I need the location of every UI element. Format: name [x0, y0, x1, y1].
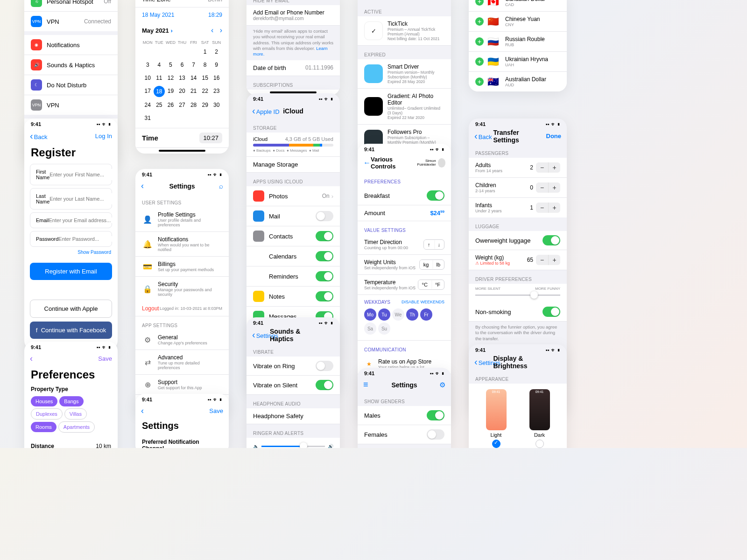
back-button[interactable]: ‹ [141, 181, 144, 191]
add-icon[interactable]: + [475, 77, 484, 86]
app-toggle[interactable] [316, 291, 333, 301]
manage-storage-row[interactable]: Manage Storage [247, 157, 340, 173]
save-button[interactable]: Save [209, 407, 223, 414]
cal-day[interactable]: 23 [211, 86, 222, 97]
light-option[interactable]: 09:41 Light [486, 389, 507, 448]
back-button[interactable]: Back [30, 131, 48, 141]
females-toggle[interactable] [427, 429, 444, 440]
settings-row[interactable]: VPNVPN [24, 95, 118, 115]
pax-plus[interactable]: + [548, 162, 560, 173]
amount-value[interactable]: $2499 [430, 210, 444, 217]
cal-day[interactable]: 19 [165, 86, 176, 97]
currency-row[interactable]: +🇨🇳Chinese YuanCNY [469, 12, 567, 32]
back-button[interactable]: Apple ID [252, 105, 280, 116]
cal-day[interactable]: 30 [211, 100, 222, 110]
cal-day[interactable]: 12 [165, 73, 176, 83]
settings-row[interactable]: ⎋Personal HotspotOff [24, 0, 118, 12]
logout-row[interactable]: LogoutLogged in: 10-03-2021 at 8:03PM [135, 301, 229, 316]
cal-day[interactable]: 18 [154, 86, 165, 97]
time-picker[interactable]: 10:27 [199, 133, 222, 143]
settings-item[interactable]: ⊕SupportGet support for this App [135, 375, 229, 395]
dark-option[interactable]: 09:41 Dark [529, 389, 550, 448]
register-email-button[interactable]: Register with Email [30, 263, 112, 280]
disable-weekends-link[interactable]: DISABLE WEEKENDS [402, 300, 444, 305]
back-button[interactable]: ‹ [30, 354, 33, 364]
back-button[interactable]: Back [474, 131, 492, 141]
active-sub-row[interactable]: ✓ TickTickPremium – Annual TickTick Prem… [358, 16, 451, 46]
overweight-toggle[interactable] [543, 235, 560, 245]
currency-row[interactable]: +🇺🇦Ukrainian HryvnaUAH [469, 52, 567, 72]
property-pill[interactable]: Houses [31, 396, 57, 406]
input-field[interactable]: Email [30, 212, 112, 228]
cal-day[interactable]: 28 [188, 100, 199, 110]
weekday-toggle[interactable]: Sa [364, 322, 376, 335]
settings-item[interactable]: ⚙GeneralChange App's preferences [135, 330, 229, 350]
cal-day[interactable]: 10 [142, 73, 154, 83]
cal-day[interactable]: 6 [176, 60, 188, 70]
cal-day[interactable]: 11 [154, 73, 165, 83]
done-button[interactable]: Done [546, 133, 562, 140]
search-icon[interactable]: ⌕ [219, 182, 223, 190]
weekday-toggle[interactable]: Fr [420, 308, 432, 321]
cal-day[interactable]: 31 [142, 113, 154, 123]
weekday-toggle[interactable]: We [392, 308, 404, 321]
pax-plus[interactable]: + [548, 203, 560, 213]
add-icon[interactable]: + [475, 17, 484, 26]
menu-icon[interactable]: ≡ [363, 380, 368, 390]
cal-day[interactable]: 26 [165, 100, 176, 110]
nonsmoking-toggle[interactable] [543, 307, 560, 317]
cal-day[interactable]: 9 [211, 60, 222, 70]
cal-day[interactable]: 4 [154, 60, 165, 70]
breakfast-toggle[interactable] [427, 190, 444, 201]
app-toggle[interactable] [316, 271, 333, 281]
settings-row[interactable]: VPNVPNConnected [24, 12, 118, 31]
currency-row[interactable]: +🇨🇦Canadian DollarCAD [469, 0, 567, 12]
login-link[interactable]: Log In [95, 133, 112, 140]
settings-row[interactable]: ☾Do Not Disturb [24, 75, 118, 95]
continue-facebook-button[interactable]: f Continue with Facebook [30, 322, 112, 339]
pax-minus[interactable]: − [536, 162, 548, 173]
cal-day[interactable]: 20 [176, 86, 188, 97]
vibrate-silent-toggle[interactable] [316, 380, 333, 390]
app-toggle[interactable] [316, 231, 333, 241]
property-pill[interactable]: Villas [64, 408, 87, 420]
time-display[interactable]: 18:29 [208, 12, 222, 18]
cal-day[interactable]: 25 [154, 100, 165, 110]
continue-apple-button[interactable]: Continue with Apple [30, 300, 112, 318]
cal-day[interactable]: 21 [188, 86, 199, 97]
currency-row[interactable]: +🇷🇺Russian RoubleRUB [469, 32, 567, 52]
kg-minus[interactable]: − [536, 255, 548, 265]
settings-item[interactable]: 💳BillingsSet up your payment methods [135, 257, 229, 277]
back-button[interactable]: ← [363, 159, 371, 167]
property-pill[interactable]: Bangs [59, 396, 83, 406]
input-field[interactable]: Last Name [30, 188, 112, 210]
cal-day[interactable]: 29 [199, 100, 211, 110]
settings-row[interactable]: ◉Notifications [24, 35, 118, 55]
cal-day[interactable]: 27 [176, 100, 188, 110]
driver-slider[interactable] [475, 294, 560, 296]
avatar[interactable] [438, 158, 445, 168]
settings-item[interactable]: 🔒SecurityManage your passwords and secur… [135, 277, 229, 301]
date-display[interactable]: 18 May 2021 [142, 12, 208, 18]
cal-day[interactable]: 3 [142, 60, 154, 70]
temp-units-segment[interactable]: °C°F [418, 280, 444, 290]
headphone-safety-row[interactable]: Headphone Safety [247, 408, 340, 424]
show-password-link[interactable]: Show Password [78, 250, 111, 255]
settings-item[interactable]: 👤Profile SettingsUser profile details an… [135, 207, 229, 232]
property-pill[interactable]: Rooms [31, 422, 56, 432]
cal-day[interactable]: 24 [142, 100, 154, 110]
settings-row[interactable]: 🔊Sounds & Haptics [24, 55, 118, 75]
cal-day[interactable]: 1 [199, 47, 211, 57]
cal-day[interactable]: 7 [188, 60, 199, 70]
currency-row[interactable]: +🇦🇺Australian DollarAUD [469, 72, 567, 91]
app-toggle[interactable] [316, 251, 333, 261]
cal-day[interactable]: 5 [165, 60, 176, 70]
back-button[interactable]: ‹ [141, 406, 144, 416]
cal-day[interactable]: 13 [176, 73, 188, 83]
expired-sub-row[interactable]: Gradient: AI Photo EditorUnlimited– Grad… [358, 89, 451, 125]
weekday-toggle[interactable]: Tu [378, 308, 390, 321]
cal-day[interactable]: 15 [199, 73, 211, 83]
weekday-toggle[interactable]: Th [406, 308, 418, 321]
app-toggle[interactable] [316, 211, 333, 221]
cal-day[interactable]: 14 [188, 73, 199, 83]
